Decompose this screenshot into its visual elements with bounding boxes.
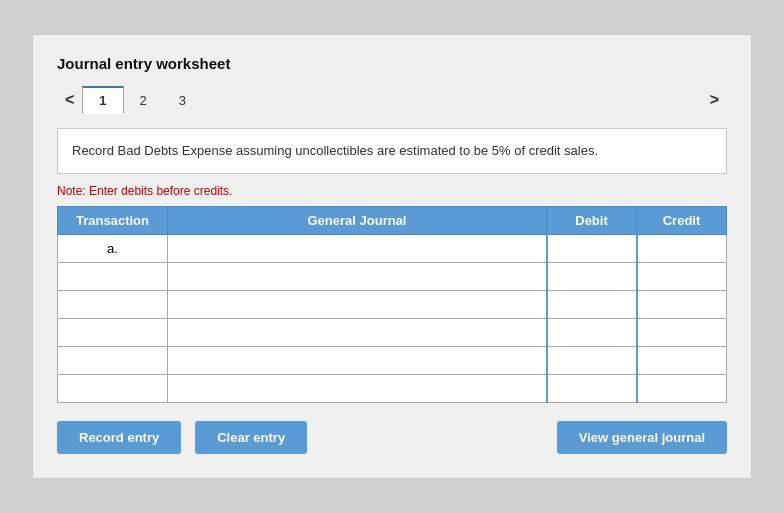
- cell-credit-1[interactable]: [637, 234, 727, 262]
- table-row: [58, 290, 727, 318]
- input-general-journal-5[interactable]: [174, 353, 540, 368]
- input-general-journal-3[interactable]: [174, 297, 540, 312]
- cell-transaction-1: a.: [58, 234, 168, 262]
- cell-credit-3[interactable]: [637, 290, 727, 318]
- cell-debit-1[interactable]: [547, 234, 637, 262]
- input-credit-4[interactable]: [644, 325, 721, 340]
- col-header-debit: Debit: [547, 206, 637, 234]
- tabs-row: < 1 2 3 >: [57, 86, 727, 114]
- record-entry-button[interactable]: Record entry: [57, 421, 181, 454]
- cell-general-journal-3[interactable]: [168, 290, 547, 318]
- cell-general-journal-6[interactable]: [168, 374, 547, 402]
- cell-transaction-6: [58, 374, 168, 402]
- nav-next-button[interactable]: >: [702, 87, 727, 113]
- note-text: Note: Enter debits before credits.: [57, 184, 727, 198]
- cell-transaction-5: [58, 346, 168, 374]
- table-row: a.: [58, 234, 727, 262]
- input-credit-1[interactable]: [644, 241, 721, 256]
- col-header-credit: Credit: [637, 206, 727, 234]
- table-row: [58, 346, 727, 374]
- cell-transaction-3: [58, 290, 168, 318]
- table-row: [58, 318, 727, 346]
- cell-credit-2[interactable]: [637, 262, 727, 290]
- input-credit-6[interactable]: [644, 381, 721, 396]
- main-container: Journal entry worksheet < 1 2 3 > Record…: [32, 34, 752, 479]
- input-general-journal-2[interactable]: [174, 269, 540, 284]
- col-header-general-journal: General Journal: [168, 206, 547, 234]
- cell-debit-4[interactable]: [547, 318, 637, 346]
- input-debit-4[interactable]: [554, 325, 630, 340]
- col-header-transaction: Transaction: [58, 206, 168, 234]
- tab-2[interactable]: 2: [124, 88, 163, 113]
- cell-credit-6[interactable]: [637, 374, 727, 402]
- cell-general-journal-2[interactable]: [168, 262, 547, 290]
- tab-1[interactable]: 1: [82, 86, 123, 114]
- cell-credit-4[interactable]: [637, 318, 727, 346]
- input-general-journal-1[interactable]: [174, 241, 540, 256]
- journal-table: Transaction General Journal Debit Credit…: [57, 206, 727, 403]
- clear-entry-button[interactable]: Clear entry: [195, 421, 307, 454]
- input-general-journal-4[interactable]: [174, 325, 540, 340]
- table-row: [58, 374, 727, 402]
- view-general-journal-button[interactable]: View general journal: [557, 421, 727, 454]
- cell-general-journal-5[interactable]: [168, 346, 547, 374]
- input-general-journal-6[interactable]: [174, 381, 540, 396]
- page-title: Journal entry worksheet: [57, 55, 727, 72]
- input-debit-5[interactable]: [554, 353, 630, 368]
- cell-debit-6[interactable]: [547, 374, 637, 402]
- cell-general-journal-1[interactable]: [168, 234, 547, 262]
- input-debit-3[interactable]: [554, 297, 630, 312]
- cell-debit-3[interactable]: [547, 290, 637, 318]
- input-debit-6[interactable]: [554, 381, 630, 396]
- table-row: [58, 262, 727, 290]
- cell-transaction-2: [58, 262, 168, 290]
- input-credit-5[interactable]: [644, 353, 721, 368]
- cell-transaction-4: [58, 318, 168, 346]
- instruction-text: Record Bad Debts Expense assuming uncoll…: [72, 143, 598, 158]
- cell-debit-2[interactable]: [547, 262, 637, 290]
- input-credit-3[interactable]: [644, 297, 721, 312]
- cell-credit-5[interactable]: [637, 346, 727, 374]
- cell-debit-5[interactable]: [547, 346, 637, 374]
- tab-3[interactable]: 3: [163, 88, 202, 113]
- input-credit-2[interactable]: [644, 269, 721, 284]
- input-debit-1[interactable]: [554, 241, 630, 256]
- instruction-box: Record Bad Debts Expense assuming uncoll…: [57, 128, 727, 174]
- cell-general-journal-4[interactable]: [168, 318, 547, 346]
- input-debit-2[interactable]: [554, 269, 630, 284]
- buttons-row: Record entry Clear entry View general jo…: [57, 421, 727, 454]
- nav-prev-button[interactable]: <: [57, 87, 82, 113]
